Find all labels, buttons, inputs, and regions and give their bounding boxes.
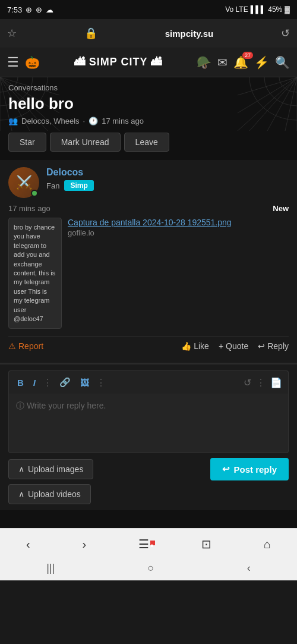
toolbar-sep-2: ⋮ bbox=[96, 377, 106, 388]
toolbar-right: ↺ ⋮ 📄 bbox=[244, 377, 282, 388]
page-header: Conversations hello bro 👥 Delocos, Wheel… bbox=[0, 77, 297, 160]
bottom-nav: ‹ › ☰ • ⊡ ⌂ bbox=[0, 528, 297, 557]
message-area: ⚔️ Delocos Fan Simp 17 mins ago New bro … bbox=[0, 160, 297, 363]
upload-videos-label: Upload videos bbox=[28, 489, 81, 499]
nav-bar: ☰ 🎃 🏙 SIMP CITY 🏙 🪖 ✉ 🔔 27 ⚡ 🔍 bbox=[0, 48, 297, 77]
svg-line-3 bbox=[0, 77, 12, 131]
mark-unread-button[interactable]: Mark Unread bbox=[50, 133, 121, 152]
star-icon[interactable]: ☆ bbox=[7, 27, 17, 40]
upload-videos-button[interactable]: ∧ Upload videos bbox=[8, 484, 91, 504]
bold-button[interactable]: B bbox=[15, 376, 26, 389]
notif-badge: 27 bbox=[242, 52, 253, 59]
menu-dot: • bbox=[150, 541, 155, 545]
user-info: Delocos Fan Simp bbox=[46, 167, 94, 191]
new-badge: New bbox=[273, 204, 289, 213]
editor-area[interactable]: ⓘ Write your reply here. bbox=[8, 394, 289, 453]
status-time: 7:53 bbox=[7, 5, 22, 14]
clock-icon: 🕐 bbox=[89, 117, 98, 125]
user-badges: Fan Simp bbox=[46, 180, 94, 191]
like-label: Like bbox=[194, 341, 209, 351]
star-button[interactable]: Star bbox=[8, 133, 46, 152]
attachment-host: gofile.io bbox=[68, 228, 289, 237]
spiderweb-right bbox=[238, 77, 297, 131]
upload-videos-row: ∧ Upload videos bbox=[8, 484, 289, 504]
hamburger-icon[interactable]: ☰ bbox=[7, 55, 19, 70]
search-icon[interactable]: 🔍 bbox=[275, 55, 290, 70]
mail-icon[interactable]: ✉ bbox=[217, 55, 228, 70]
svg-line-13 bbox=[285, 77, 297, 131]
like-button[interactable]: 👍 Like bbox=[181, 341, 209, 351]
status-left: 7:53 ⊕ ⊕ ☁ bbox=[7, 5, 53, 14]
undo-button[interactable]: ↺ bbox=[244, 377, 251, 388]
italic-button[interactable]: I bbox=[31, 376, 38, 389]
quote-button[interactable]: + Quote bbox=[219, 341, 248, 351]
reply-icon: ↩ bbox=[258, 341, 265, 351]
message-actions: ⚠ Report 👍 Like + Quote ↩ Reply bbox=[8, 336, 289, 356]
online-indicator bbox=[31, 190, 38, 197]
logo-text: 🏙 SIMP CITY 🏙 bbox=[74, 56, 162, 68]
svg-line-16 bbox=[238, 77, 297, 95]
nav-logo: 🏙 SIMP CITY 🏙 bbox=[46, 56, 191, 68]
pumpkin-icon[interactable]: 🎃 bbox=[25, 55, 40, 70]
simp-badge: Simp bbox=[64, 180, 93, 191]
signal-bars: ▌▌▌ bbox=[251, 5, 266, 14]
user-card: ⚔️ Delocos Fan Simp bbox=[8, 167, 289, 198]
post-reply-button[interactable]: ↩ Post reply bbox=[210, 458, 289, 480]
avatar-icon[interactable]: 🪖 bbox=[197, 55, 211, 70]
svg-line-15 bbox=[238, 77, 297, 113]
svg-line-0 bbox=[0, 77, 59, 131]
status-right: Vo LTE ▌▌▌ 45% ▓ bbox=[225, 5, 290, 14]
editor-placeholder: ⓘ Write your reply here. bbox=[16, 401, 106, 410]
android-recent-button[interactable]: ‹ bbox=[247, 562, 251, 574]
android-back-button[interactable]: ||| bbox=[46, 562, 55, 574]
tabs-button[interactable]: ⊡ bbox=[194, 535, 219, 554]
upload-images-icon: ∧ bbox=[18, 464, 24, 474]
svg-line-11 bbox=[249, 77, 297, 131]
message-time: 17 mins ago bbox=[8, 204, 50, 213]
time-ago: 17 mins ago bbox=[102, 117, 144, 125]
reply-button[interactable]: ↩ Reply bbox=[258, 341, 289, 351]
leave-button[interactable]: Leave bbox=[124, 133, 169, 152]
status-bar: 7:53 ⊕ ⊕ ☁ Vo LTE ▌▌▌ 45% ▓ bbox=[0, 0, 297, 19]
notif-icon[interactable]: 🔔 27 bbox=[233, 55, 248, 70]
upload-images-button[interactable]: ∧ Upload images bbox=[8, 459, 93, 479]
android-nav: ||| ○ ‹ bbox=[0, 557, 297, 580]
attachment-link[interactable]: Captura de pantalla 2024-10-28 192551.pn… bbox=[68, 218, 289, 227]
report-icon: ⚠ bbox=[8, 341, 16, 351]
home-button[interactable]: ⌂ bbox=[257, 535, 278, 554]
editor-toolbar: B I ⋮ 🔗 🖼 ⋮ ↺ ⋮ 📄 bbox=[8, 370, 289, 394]
weather-icon: ☁ bbox=[46, 5, 53, 14]
image-button[interactable]: 🖼 bbox=[78, 376, 91, 389]
fan-badge: Fan bbox=[46, 181, 59, 190]
android-home-button[interactable]: ○ bbox=[148, 562, 154, 574]
quote-icon: + bbox=[219, 341, 223, 351]
message-text: bro by chance you have telegram to add y… bbox=[8, 218, 62, 329]
svg-line-10 bbox=[238, 77, 297, 131]
bolt-icon[interactable]: ⚡ bbox=[254, 55, 269, 70]
back-button[interactable]: ‹ bbox=[19, 535, 37, 554]
spacer bbox=[0, 510, 297, 528]
toolbar-sep-1: ⋮ bbox=[43, 377, 52, 388]
browser-bar: ☆ 🔒 simpcity.su ↺ bbox=[0, 19, 297, 48]
message-box: bro by chance you have telegram to add y… bbox=[8, 218, 289, 329]
battery-text: 45% bbox=[268, 5, 282, 14]
reload-icon[interactable]: ↺ bbox=[281, 27, 290, 40]
report-label: Report bbox=[18, 341, 43, 351]
report-button[interactable]: ⚠ Report bbox=[8, 341, 43, 351]
message-attachment: Captura de pantalla 2024-10-28 192551.pn… bbox=[68, 218, 289, 329]
quote-label: Quote bbox=[226, 341, 248, 351]
reply-editor: B I ⋮ 🔗 🖼 ⋮ ↺ ⋮ 📄 ⓘ Write your reply her… bbox=[0, 363, 297, 510]
browser-url[interactable]: simpcity.su bbox=[165, 29, 213, 39]
post-reply-label: Post reply bbox=[233, 464, 277, 475]
toolbar-sep-3: ⋮ bbox=[256, 377, 266, 388]
lock-icon[interactable]: 🔒 bbox=[84, 27, 97, 40]
post-reply-icon: ↩ bbox=[222, 464, 230, 475]
forward-button[interactable]: › bbox=[75, 535, 94, 554]
username[interactable]: Delocos bbox=[46, 167, 94, 178]
link-button[interactable]: 🔗 bbox=[57, 376, 73, 389]
file-button[interactable]: 📄 bbox=[270, 377, 282, 388]
like-icon: 👍 bbox=[181, 341, 191, 351]
battery-icon: ▓ bbox=[285, 5, 290, 14]
action-buttons: Star Mark Unread Leave bbox=[8, 133, 289, 152]
upload-videos-icon: ∧ bbox=[18, 489, 24, 499]
